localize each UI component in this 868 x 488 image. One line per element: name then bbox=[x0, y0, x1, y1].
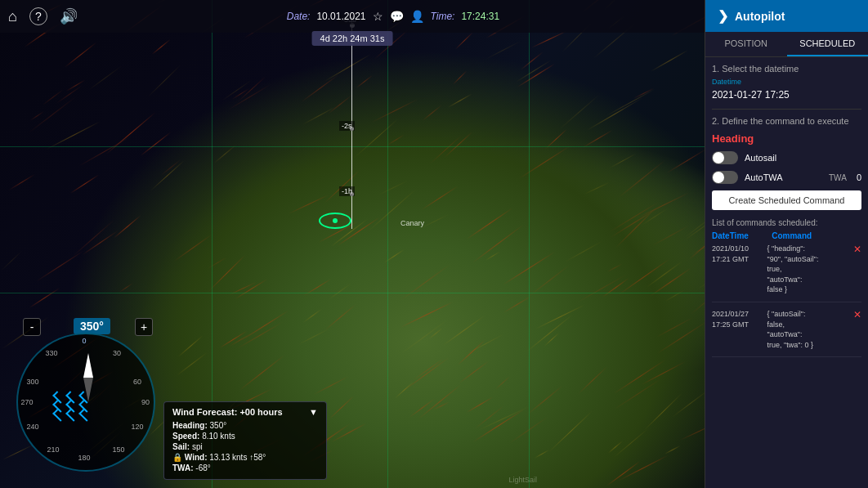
autosail-knob bbox=[713, 152, 724, 163]
wind-sail-value: spi bbox=[192, 442, 203, 451]
deg-240: 240 bbox=[25, 423, 41, 431]
compass-minus-button[interactable]: - bbox=[23, 318, 41, 336]
date-value: 10.01.2021 bbox=[316, 11, 365, 22]
wind-heading-label: Heading: bbox=[172, 421, 208, 430]
deg-210: 210 bbox=[45, 445, 61, 454]
wind-forecast-box: Wind Forecast: +00 hours ▼ Heading: 350°… bbox=[163, 401, 327, 480]
deg-120: 120 bbox=[129, 423, 145, 431]
cmd-table-header: DateTime Command bbox=[712, 231, 861, 240]
date-time-block: Date: 10.01.2021 ☆ 💬 👤 Time: 17:24:31 bbox=[90, 10, 696, 23]
wind-speed-label: Speed: bbox=[172, 432, 199, 441]
deg-180: 180 bbox=[76, 454, 92, 462]
col-datetime-header: DateTime bbox=[712, 231, 772, 240]
compass-area: - 350° + 0 30 60 90 120 150 180 210 240 … bbox=[16, 333, 176, 480]
time-label: Time: bbox=[431, 11, 455, 22]
cmd-datetime-2: 2021/01/2717:25 GMT bbox=[712, 309, 767, 329]
autopilot-arrow-icon[interactable]: ❯ bbox=[718, 8, 728, 24]
command-row-2: 2021/01/2717:25 GMT { "autoSail":false,"… bbox=[712, 309, 861, 357]
twa-field-value: 0 bbox=[857, 172, 861, 182]
wind-twa-row: TWA: -68° bbox=[172, 463, 318, 472]
top-bar: ⌂ ? 🔊 Date: 10.01.2021 ☆ 💬 👤 Time: 17:24… bbox=[0, 0, 705, 33]
wind-forecast-title: Wind Forecast: +00 hours bbox=[172, 407, 283, 417]
wind-twa-value: -68° bbox=[195, 463, 210, 472]
deg-300: 300 bbox=[25, 378, 41, 386]
wind-speed-row: Speed: 8.10 knts bbox=[172, 432, 318, 441]
cmd-text-2: { "autoSail":false,"autoTwa":true, "twa"… bbox=[767, 309, 850, 350]
help-icon[interactable]: ? bbox=[29, 7, 47, 25]
grid-line-v3 bbox=[529, 0, 530, 488]
map-area: -33b -2s -1h Canary ⌂ ? 🔊 Date: 10.01.20… bbox=[0, 0, 705, 488]
watermark: LightSail bbox=[508, 476, 537, 484]
datetime-field-label: Datetime bbox=[712, 78, 861, 86]
autotwa-knob bbox=[713, 172, 724, 183]
create-scheduled-command-button[interactable]: Create Scheduled Command bbox=[712, 190, 861, 210]
wind-sail-label: Sail: bbox=[172, 442, 190, 451]
tab-scheduled[interactable]: SCHEDULED bbox=[787, 32, 869, 56]
twa-field-label: TWA bbox=[829, 173, 847, 182]
wind-heading-row: Heading: 350° bbox=[172, 421, 318, 430]
date-label: Date: bbox=[287, 11, 311, 22]
wind-sail-row: Sail: spi bbox=[172, 442, 318, 451]
user-icon[interactable]: 👤 bbox=[410, 10, 424, 23]
autopilot-header: ❯ Autopilot bbox=[705, 0, 868, 32]
sound-icon[interactable]: 🔊 bbox=[60, 7, 78, 25]
deg-270: 270 bbox=[19, 398, 35, 406]
heading-section-label: Heading bbox=[712, 132, 861, 145]
autosail-label: Autosail bbox=[745, 153, 776, 163]
route-label-2: -2s bbox=[339, 121, 355, 131]
cmd-delete-1-icon[interactable]: ✕ bbox=[853, 244, 861, 255]
wind-forecast-header: Wind Forecast: +00 hours ▼ bbox=[172, 407, 318, 417]
compass-container: - 350° + 0 30 60 90 120 150 180 210 240 … bbox=[16, 333, 159, 476]
grid-line-h1 bbox=[0, 146, 705, 147]
home-icon[interactable]: ⌂ bbox=[8, 8, 17, 25]
route-label-3: -1h bbox=[339, 186, 355, 196]
section-divider bbox=[712, 109, 861, 110]
time-value: 17:24:31 bbox=[461, 11, 499, 22]
deg-330: 330 bbox=[43, 349, 60, 357]
autopilot-content: 1. Select the datetime Datetime 2021-01-… bbox=[705, 57, 868, 488]
autopilot-panel: ❯ Autopilot POSITION SCHEDULED 1. Select… bbox=[705, 0, 868, 488]
grid-line-h2 bbox=[0, 293, 705, 293]
star-icon[interactable]: ☆ bbox=[373, 10, 383, 23]
deg-150: 150 bbox=[110, 445, 127, 454]
deg-60: 60 bbox=[129, 378, 145, 386]
wind-speed-value: 8.10 knts bbox=[202, 432, 235, 441]
autotwa-label: AutoTWA bbox=[745, 172, 783, 182]
autotwa-toggle[interactable] bbox=[712, 171, 738, 184]
deg-30: 30 bbox=[109, 349, 125, 357]
cmd-text-1: { "heading":"90", "autoSail":true,"autoT… bbox=[767, 244, 850, 295]
section1-title: 1. Select the datetime bbox=[712, 64, 861, 74]
deg-0: 0 bbox=[76, 337, 92, 345]
chat-icon[interactable]: 💬 bbox=[390, 10, 404, 23]
compass-plus-button[interactable]: + bbox=[135, 318, 153, 336]
wind-wind-value: 13.13 knts ↑58° bbox=[209, 453, 266, 462]
tab-position[interactable]: POSITION bbox=[705, 32, 787, 56]
autosail-toggle[interactable] bbox=[712, 151, 738, 164]
lock-icon: 🔒 bbox=[172, 453, 182, 462]
vessel-dot bbox=[333, 218, 338, 223]
autosail-row: Autosail bbox=[712, 151, 861, 164]
datetime-field-value: 2021-01-27 17:25 bbox=[712, 87, 861, 102]
deg-90: 90 bbox=[137, 398, 154, 406]
cmd-delete-2-icon[interactable]: ✕ bbox=[853, 309, 861, 320]
heading-display: 350° bbox=[74, 318, 110, 334]
section2-title: 2. Define the command to execute bbox=[712, 116, 861, 126]
wind-twa-label: TWA: bbox=[172, 463, 194, 472]
wind-heading-value: 350° bbox=[210, 421, 227, 430]
canary-label: Canary bbox=[400, 219, 424, 227]
countdown-badge: 4d 22h 24m 31s bbox=[312, 31, 393, 46]
col-command-header: Command bbox=[772, 231, 861, 240]
compass-north-arrow bbox=[83, 353, 93, 378]
grid-line-v2 bbox=[387, 0, 388, 488]
autopilot-tabs: POSITION SCHEDULED bbox=[705, 32, 868, 57]
autotwa-row: AutoTWA TWA 0 bbox=[712, 171, 861, 184]
command-row-1: 2021/01/1017:21 GMT { "heading":"90", "a… bbox=[712, 244, 861, 302]
wind-wind-label: Wind: bbox=[185, 453, 208, 462]
autopilot-title: Autopilot bbox=[735, 10, 785, 23]
cmd-list-header: List of commands scheduled: bbox=[712, 218, 861, 227]
wind-wind-row: 🔒 Wind: 13.13 knts ↑58° bbox=[172, 453, 318, 462]
wind-forecast-dropdown-icon[interactable]: ▼ bbox=[309, 407, 318, 417]
cmd-datetime-1: 2021/01/1017:21 GMT bbox=[712, 244, 767, 264]
compass-chevrons bbox=[53, 394, 91, 419]
